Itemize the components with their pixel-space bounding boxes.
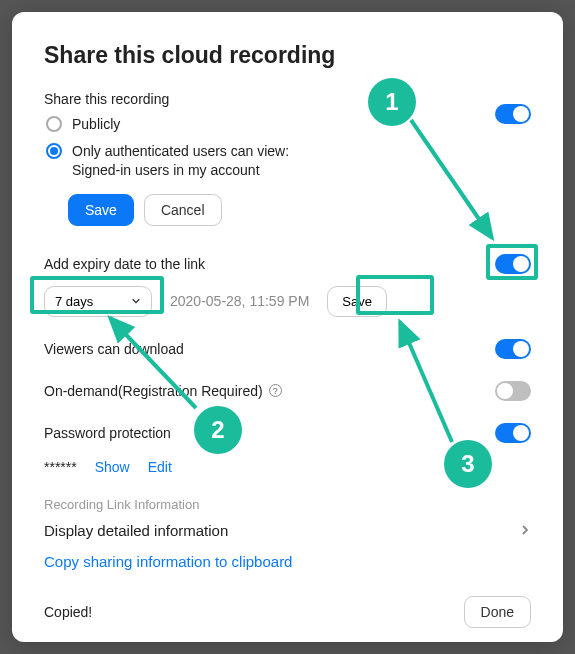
radio-authenticated-label: Only authenticated users can view: Signe… bbox=[72, 142, 289, 180]
save-button[interactable]: Save bbox=[68, 194, 134, 226]
share-enabled-toggle[interactable] bbox=[495, 104, 531, 124]
password-edit-link[interactable]: Edit bbox=[148, 459, 172, 475]
cancel-button[interactable]: Cancel bbox=[144, 194, 222, 226]
password-label: Password protection bbox=[44, 425, 171, 441]
radio-auth-line2: Signed-in users in my account bbox=[72, 161, 289, 180]
expiry-select-value: 7 days bbox=[55, 294, 93, 309]
ondemand-row: On-demand(Registration Required) ? bbox=[44, 375, 531, 407]
viewers-download-row: Viewers can download bbox=[44, 333, 531, 365]
done-button[interactable]: Done bbox=[464, 596, 531, 628]
help-icon[interactable]: ? bbox=[269, 384, 282, 397]
share-visibility-group: Publicly Only authenticated users can vi… bbox=[44, 115, 531, 180]
share-toggle-row bbox=[495, 98, 531, 130]
expiry-timestamp: 2020-05-28, 11:59 PM bbox=[170, 293, 309, 309]
copied-label: Copied! bbox=[44, 604, 92, 620]
ondemand-label: On-demand(Registration Required) bbox=[44, 383, 263, 399]
viewers-download-label: Viewers can download bbox=[44, 341, 184, 357]
expiry-duration-select[interactable]: 7 days bbox=[44, 286, 152, 317]
password-row-header: Password protection bbox=[44, 417, 531, 449]
radio-authenticated[interactable] bbox=[46, 143, 62, 159]
share-recording-label: Share this recording bbox=[44, 91, 531, 107]
chevron-down-icon bbox=[131, 296, 141, 306]
viewers-download-toggle[interactable] bbox=[495, 339, 531, 359]
chevron-right-icon bbox=[519, 524, 531, 536]
radio-authenticated-row[interactable]: Only authenticated users can view: Signe… bbox=[44, 142, 531, 180]
radio-publicly-row[interactable]: Publicly bbox=[44, 115, 531, 134]
password-controls: ****** Show Edit bbox=[44, 459, 531, 475]
password-masked: ****** bbox=[44, 459, 77, 475]
visibility-buttons: Save Cancel bbox=[68, 194, 531, 226]
ondemand-toggle[interactable] bbox=[495, 381, 531, 401]
modal-footer: Copied! Done bbox=[44, 596, 531, 628]
password-toggle[interactable] bbox=[495, 423, 531, 443]
recording-link-info-label: Recording Link Information bbox=[44, 497, 531, 512]
radio-auth-line1: Only authenticated users can view: bbox=[72, 142, 289, 161]
radio-publicly[interactable] bbox=[46, 116, 62, 132]
expiry-row-header: Add expiry date to the link bbox=[44, 248, 531, 280]
expiry-save-button[interactable]: Save bbox=[327, 286, 387, 317]
expiry-label: Add expiry date to the link bbox=[44, 256, 205, 272]
expiry-toggle[interactable] bbox=[495, 254, 531, 274]
display-detail-row[interactable]: Display detailed information bbox=[44, 522, 531, 539]
radio-publicly-label: Publicly bbox=[72, 115, 120, 134]
password-show-link[interactable]: Show bbox=[95, 459, 130, 475]
share-recording-modal: Share this cloud recording Share this re… bbox=[12, 12, 563, 642]
modal-title: Share this cloud recording bbox=[44, 42, 531, 69]
expiry-controls: 7 days 2020-05-28, 11:59 PM Save bbox=[44, 286, 531, 317]
display-detail-label: Display detailed information bbox=[44, 522, 228, 539]
copy-sharing-link[interactable]: Copy sharing information to clipboard bbox=[44, 553, 531, 570]
